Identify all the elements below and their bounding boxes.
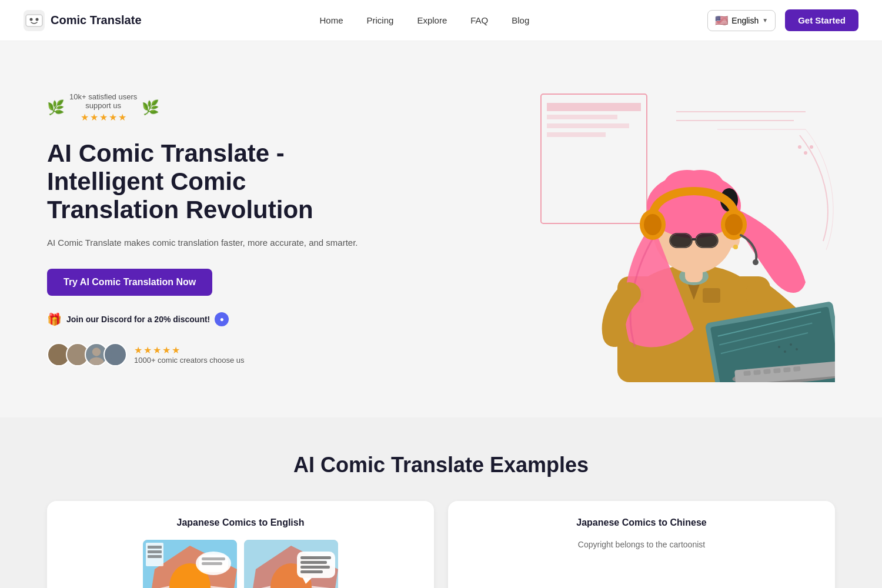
ustar-5: ★ xyxy=(172,345,180,356)
nav-home[interactable]: Home xyxy=(320,15,343,25)
svg-rect-58 xyxy=(793,366,801,372)
svg-point-2 xyxy=(30,18,33,21)
svg-rect-57 xyxy=(783,367,791,372)
svg-point-21 xyxy=(804,151,807,155)
svg-point-8 xyxy=(92,348,101,356)
svg-rect-56 xyxy=(773,368,781,373)
svg-rect-15 xyxy=(547,123,629,128)
logo-area[interactable]: Comic Translate xyxy=(24,10,142,31)
ustar-1: ★ xyxy=(134,345,142,356)
svg-point-11 xyxy=(108,358,122,367)
user-row: ★ ★ ★ ★ ★ 1000+ comic creators choose us xyxy=(47,343,376,366)
svg-rect-1 xyxy=(26,15,42,26)
star-2: ★ xyxy=(90,112,98,123)
svg-rect-54 xyxy=(753,370,761,375)
svg-point-60 xyxy=(784,350,786,353)
svg-rect-16 xyxy=(547,132,606,137)
get-started-button[interactable]: Get Started xyxy=(785,9,858,31)
svg-rect-71 xyxy=(148,546,162,549)
example-card-2: Japanese Comics to Chinese Copyright bel… xyxy=(448,501,835,588)
hero-section: 🌿 10k+ satisfied users support us ★ ★ ★ … xyxy=(0,41,882,417)
nav-blog[interactable]: Blog xyxy=(512,15,529,25)
flag-icon: 🇺🇸 xyxy=(715,14,728,27)
card1-images xyxy=(64,540,417,588)
proof-line2: support us xyxy=(69,101,137,110)
svg-rect-14 xyxy=(547,115,617,119)
laurel-left-icon: 🌿 xyxy=(47,99,65,116)
header-right: 🇺🇸 English ▼ Get Started xyxy=(707,9,858,31)
svg-point-43 xyxy=(725,214,743,235)
user-stats: ★ ★ ★ ★ ★ 1000+ comic creators choose us xyxy=(134,345,245,365)
star-1: ★ xyxy=(81,112,89,123)
hero-illustration xyxy=(512,76,835,382)
ustar-4: ★ xyxy=(162,345,171,356)
example-card-1: Japanese Comics to English xyxy=(47,501,434,588)
svg-point-62 xyxy=(796,348,798,350)
examples-grid: Japanese Comics to English xyxy=(47,501,835,588)
svg-rect-12 xyxy=(541,94,647,223)
svg-rect-73 xyxy=(148,555,162,558)
nav-pricing[interactable]: Pricing xyxy=(367,15,394,25)
svg-rect-90 xyxy=(300,570,323,573)
ustar-3: ★ xyxy=(153,345,161,356)
svg-point-6 xyxy=(74,348,82,356)
ustar-2: ★ xyxy=(143,345,152,356)
examples-section: AI Comic Translate Examples Japanese Com… xyxy=(0,417,882,588)
svg-point-20 xyxy=(798,145,801,149)
svg-point-4 xyxy=(55,348,63,356)
proof-stars: ★ ★ ★ ★ ★ xyxy=(69,112,137,123)
hero-title: AI Comic Translate - Intelligent Comic T… xyxy=(47,139,376,225)
cta-button[interactable]: Try AI Comic Translation Now xyxy=(47,269,212,296)
svg-point-22 xyxy=(810,145,813,149)
svg-point-7 xyxy=(70,358,85,367)
svg-rect-27 xyxy=(703,288,720,303)
svg-rect-34 xyxy=(696,234,717,247)
copyright-text: Copyright belongs to the cartoonist xyxy=(465,540,818,549)
social-proof: 🌿 10k+ satisfied users support us ★ ★ ★ … xyxy=(47,92,376,123)
logo-text: Comic Translate xyxy=(51,14,142,27)
svg-rect-77 xyxy=(202,562,222,565)
hero-illustration-container xyxy=(376,76,835,382)
lang-label: English xyxy=(731,16,759,25)
nav-explore[interactable]: Explore xyxy=(417,15,447,25)
gift-icon: 🎁 xyxy=(47,312,62,326)
language-selector[interactable]: 🇺🇸 English ▼ xyxy=(707,10,776,31)
svg-point-59 xyxy=(778,346,780,348)
card2-title: Japanese Comics to Chinese xyxy=(465,517,818,528)
proof-text: 10k+ satisfied users support us ★ ★ ★ ★ … xyxy=(69,92,137,123)
hero-subtitle: AI Comic Translate makes comic translati… xyxy=(47,236,376,250)
discord-icon[interactable]: ● xyxy=(215,312,229,326)
svg-rect-76 xyxy=(202,557,225,560)
svg-rect-85 xyxy=(297,552,335,578)
star-4: ★ xyxy=(109,112,117,123)
svg-rect-89 xyxy=(300,566,330,569)
svg-rect-53 xyxy=(743,370,751,376)
proof-line1: 10k+ satisfied users xyxy=(69,92,137,101)
examples-title: AI Comic Translate Examples xyxy=(47,453,835,477)
svg-rect-13 xyxy=(547,103,641,111)
svg-point-44 xyxy=(753,259,759,265)
svg-point-61 xyxy=(790,343,792,346)
chevron-down-icon: ▼ xyxy=(762,17,768,24)
user-stars: ★ ★ ★ ★ ★ xyxy=(134,345,245,356)
nav-faq[interactable]: FAQ xyxy=(470,15,488,25)
laurel-decoration: 🌿 10k+ satisfied users support us ★ ★ ★ … xyxy=(47,92,159,123)
svg-rect-88 xyxy=(300,561,327,564)
star-3: ★ xyxy=(99,112,108,123)
svg-rect-33 xyxy=(670,234,691,247)
svg-rect-55 xyxy=(763,369,771,374)
discord-text: Join our Discord for a 20% discount! xyxy=(66,315,210,324)
user-count: 1000+ comic creators choose us xyxy=(134,356,245,365)
avatar-group xyxy=(47,343,127,366)
star-5: ★ xyxy=(118,112,126,123)
main-nav: Home Pricing Explore FAQ Blog xyxy=(320,15,530,25)
svg-point-3 xyxy=(36,18,39,21)
hero-content: 🌿 10k+ satisfied users support us ★ ★ ★ … xyxy=(47,92,376,367)
svg-point-39 xyxy=(733,245,738,249)
comic-image-1 xyxy=(143,540,237,588)
avatar-4 xyxy=(103,343,127,366)
discord-row: 🎁 Join our Discord for a 20% discount! ● xyxy=(47,312,376,326)
comic-image-2 xyxy=(244,540,338,588)
svg-point-5 xyxy=(51,358,66,367)
header: Comic Translate Home Pricing Explore FAQ… xyxy=(0,0,882,41)
